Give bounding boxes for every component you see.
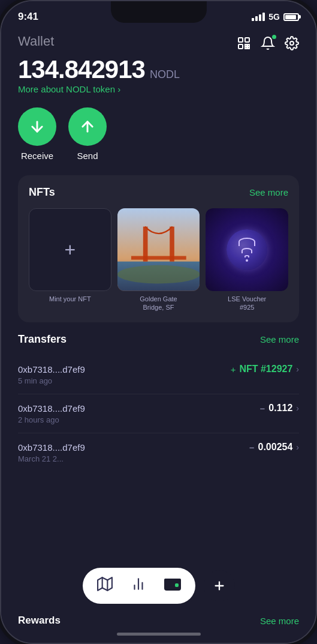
nft-card-header: NFTs See more [29, 186, 288, 199]
nft-thumb-mint: + [29, 208, 111, 291]
transfer-time-1: 5 min ago [18, 376, 299, 385]
svg-point-15 [117, 265, 200, 284]
transfer-amount-3: 0.00254 [258, 442, 292, 453]
rewards-see-more[interactable]: See more [260, 616, 299, 626]
bottom-nav [83, 568, 195, 604]
phone-frame: 9:41 5G Wallet [0, 0, 317, 644]
transfer-right-3: − 0.00254 › [249, 442, 299, 453]
home-bar [117, 633, 201, 636]
receive-button-wrap: Receive [18, 107, 56, 161]
network-label: 5G [268, 12, 280, 22]
svg-rect-0 [238, 38, 243, 42]
balance-amount: 134.842913 [18, 55, 145, 83]
transfer-item-2[interactable]: 0xb7318....d7ef9 − 0.112 › 2 hours ago [18, 394, 299, 433]
svg-rect-14 [131, 256, 186, 260]
transfer-row-3: 0xb7318....d7ef9 − 0.00254 › [18, 442, 299, 453]
svg-marker-16 [98, 577, 112, 591]
wallet-label: Wallet [18, 34, 54, 49]
nft-label-mint: Mint your NFT [49, 295, 91, 303]
status-bar: 9:41 5G [1, 1, 316, 28]
qr-icon[interactable] [237, 36, 251, 54]
transfers-header: Transfers See more [18, 333, 299, 346]
balance-unit: NODL [150, 68, 180, 80]
svg-rect-23 [164, 579, 181, 582]
transfer-sign-2: − [260, 403, 265, 414]
transfer-item-1[interactable]: 0xb7318....d7ef9 + NFT #12927 › 5 min ag… [18, 355, 299, 394]
transfer-chevron-3: › [296, 442, 299, 452]
nft-grid: + Mint your NFT [29, 208, 288, 311]
transfer-sign-1: + [231, 364, 236, 375]
balance-section: 134.842913NODL More about NODL token › [18, 55, 299, 94]
nav-map-icon[interactable] [95, 574, 115, 598]
token-link[interactable]: More about NODL token › [18, 84, 299, 94]
receive-label: Receive [21, 151, 53, 161]
settings-icon[interactable] [285, 36, 299, 54]
nft-thumb-golden [117, 208, 200, 291]
nft-label-lse: LSE Voucher#925 [228, 295, 266, 312]
rewards-row: Rewards See more [1, 615, 316, 633]
nft-label-golden: Golden GateBridge, SF [140, 295, 177, 312]
nft-thumb-lse [206, 208, 288, 291]
transfer-row-1: 0xb7318....d7ef9 + NFT #12927 › [18, 364, 299, 375]
transfers-see-more[interactable]: See more [260, 334, 299, 345]
svg-point-7 [290, 41, 294, 45]
svg-rect-3 [245, 44, 247, 46]
nft-item-lse[interactable]: LSE Voucher#925 [206, 208, 288, 311]
transfer-time-3: March 21 2... [18, 454, 299, 463]
nav-chart-icon[interactable] [128, 574, 149, 598]
svg-rect-5 [245, 47, 247, 49]
transfer-address-3: 0xb7318....d7ef9 [18, 442, 85, 453]
transfer-amount-2: 0.112 [268, 403, 292, 414]
battery-icon [283, 13, 299, 21]
nft-card: NFTs See more + Mint your NFT [18, 175, 299, 322]
transfer-right-2: − 0.112 › [260, 403, 299, 414]
header-icons [237, 36, 299, 54]
wallet-header: Wallet [18, 34, 299, 54]
transfer-item-3[interactable]: 0xb7318....d7ef9 − 0.00254 › March 21 2.… [18, 433, 299, 472]
nft-section-title: NFTs [29, 186, 55, 199]
transfer-sign-3: − [249, 442, 255, 453]
transfer-chevron-2: › [296, 403, 299, 413]
status-icons: 5G [252, 12, 299, 22]
svg-rect-24 [175, 583, 179, 587]
balance-display: 134.842913NODL [18, 55, 299, 84]
add-button[interactable] [204, 570, 235, 601]
wifi-icon [238, 238, 255, 262]
nav-wallet-icon[interactable] [162, 575, 183, 597]
nft-see-more[interactable]: See more [249, 187, 288, 197]
notification-icon[interactable] [261, 36, 275, 54]
bottom-bar-wrap [1, 562, 316, 615]
nft-item-mint[interactable]: + Mint your NFT [29, 208, 111, 311]
transfers-title: Transfers [18, 333, 67, 346]
transfer-right-1: + NFT #12927 › [231, 364, 299, 375]
transfer-address-2: 0xb7318....d7ef9 [18, 403, 85, 414]
transfer-address-1: 0xb7318....d7ef9 [18, 364, 85, 375]
status-time: 9:41 [18, 11, 38, 23]
transfer-time-2: 2 hours ago [18, 415, 299, 424]
transfer-chevron-1: › [296, 364, 299, 374]
svg-rect-4 [247, 44, 249, 46]
rewards-label: Rewards [18, 615, 61, 627]
svg-rect-6 [247, 47, 249, 49]
transfer-row-2: 0xb7318....d7ef9 − 0.112 › [18, 403, 299, 414]
transfer-amount-1: NFT #12927 [239, 364, 292, 375]
receive-button[interactable] [18, 107, 56, 146]
send-button-wrap: Send [68, 107, 107, 161]
transfers-section: Transfers See more 0xb7318....d7ef9 + NF… [18, 333, 299, 472]
send-label: Send [77, 151, 98, 161]
plus-icon: + [64, 240, 76, 259]
main-content: Wallet [1, 28, 316, 562]
svg-rect-2 [238, 44, 243, 49]
action-buttons: Receive Send [18, 107, 299, 161]
signal-icon [252, 13, 265, 21]
svg-rect-1 [245, 38, 249, 42]
send-button[interactable] [68, 107, 107, 146]
screen: 9:41 5G Wallet [1, 1, 316, 643]
home-indicator [1, 633, 316, 643]
nft-item-golden[interactable]: Golden GateBridge, SF [117, 208, 200, 311]
notification-dot [272, 35, 276, 39]
